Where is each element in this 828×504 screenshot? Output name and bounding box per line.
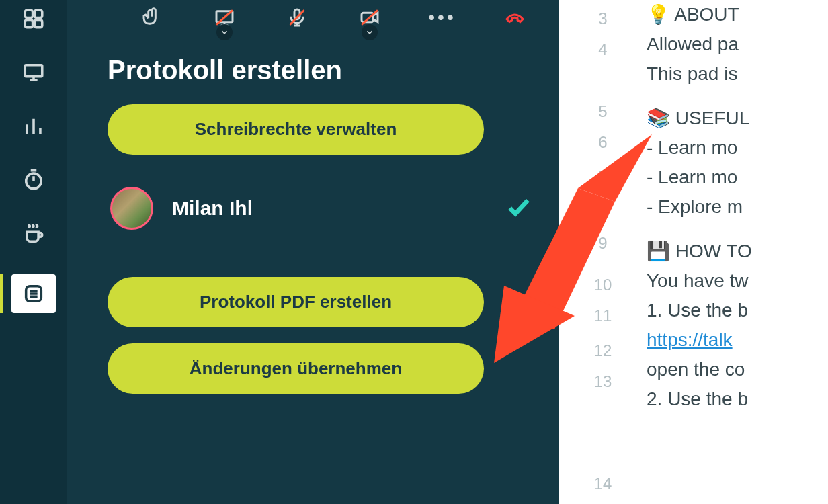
screen-share-caret[interactable] [216, 24, 233, 40]
camera-caret[interactable] [362, 24, 378, 40]
protocol-panel: ••• Protokoll erstellen Schreibrechte ve… [67, 0, 559, 504]
editor-line: This pad is [647, 59, 828, 89]
line-gutter: 3 4 5 6 7 8 9 10 11 12 13 14 [559, 0, 647, 504]
ln: 9 [559, 230, 647, 271]
editor-line: 💡 ABOUT [647, 0, 828, 30]
ln: 12 [559, 333, 647, 368]
ln: 6 [559, 125, 647, 160]
manage-writers-button[interactable]: Schreibrechte verwalten [108, 104, 484, 155]
editor-link[interactable]: https://talk [647, 329, 733, 350]
ln: 7 [559, 160, 647, 195]
ln: 4 [559, 36, 647, 98]
editor-line: 2. Use the b [647, 384, 828, 414]
rail-layout[interactable] [10, 5, 57, 32]
rail-timer[interactable] [10, 167, 57, 194]
editor-line: You have tw [647, 266, 828, 296]
more-button[interactable]: ••• [420, 3, 464, 32]
svg-point-5 [26, 173, 42, 189]
svg-rect-0 [25, 10, 32, 17]
svg-rect-4 [25, 65, 42, 77]
editor-line: 💾 HOW TO [647, 237, 828, 266]
more-icon: ••• [428, 7, 456, 28]
svg-rect-3 [34, 19, 42, 27]
screen-share-button[interactable] [202, 3, 247, 32]
sidebar-rail [0, 0, 67, 504]
editor-line: Allowed pa [647, 30, 828, 59]
editor-line: open the co [647, 355, 828, 384]
camera-button[interactable] [347, 3, 392, 32]
editor-line: - Learn mo [647, 133, 828, 163]
user-row: Milan Ihl [110, 187, 532, 230]
editor-line: 1. Use the b [647, 296, 828, 325]
editor-pane: 3 4 5 6 7 8 9 10 11 12 13 14 💡 ABOUT All… [559, 0, 828, 504]
apply-changes-button[interactable]: Änderungen übernehmen [108, 343, 484, 394]
avatar [110, 187, 153, 230]
rail-notes[interactable] [11, 274, 56, 313]
editor-line: 📚 USEFUL [647, 103, 828, 133]
svg-rect-1 [34, 10, 42, 17]
rail-present[interactable] [10, 59, 57, 86]
create-pdf-button[interactable]: Protokoll PDF erstellen [108, 277, 484, 327]
rail-break[interactable] [10, 220, 57, 247]
editor-line: - Learn mo [647, 163, 828, 192]
ln: 14 [559, 466, 647, 501]
panel-title: Protokoll erstellen [108, 55, 532, 85]
editor-line: - Explore m [647, 192, 828, 222]
ln: 3 [559, 1, 647, 36]
editor-content[interactable]: 💡 ABOUT Allowed pa This pad is 📚 USEFUL … [647, 0, 828, 504]
ln: 8 [559, 195, 647, 230]
ln: 13 [559, 368, 647, 466]
check-icon [505, 194, 532, 223]
user-name: Milan Ihl [172, 197, 487, 220]
raise-hand-button[interactable] [130, 3, 174, 32]
ln: 5 [559, 98, 647, 125]
ln: 10 [559, 271, 647, 298]
ln: 11 [559, 298, 647, 333]
svg-rect-2 [25, 19, 32, 27]
hangup-button[interactable] [493, 3, 537, 32]
call-toolbar: ••• [67, 0, 559, 35]
mic-button[interactable] [275, 3, 319, 32]
rail-poll[interactable] [10, 113, 57, 140]
